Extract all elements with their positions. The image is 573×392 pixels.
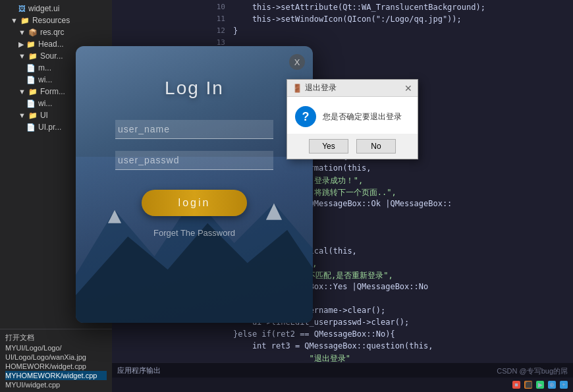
code-line: }else if(ret2 == QMessageBox::No){ — [204, 329, 573, 341]
line-number: 10 — [209, 3, 225, 11]
folder-open-icon: 📁 — [20, 16, 30, 25]
folder-arrow: ▼ — [18, 88, 26, 96]
next-btn[interactable]: + — [560, 381, 568, 389]
file-icon: 📄 — [26, 99, 36, 108]
folder-label: Sour... — [40, 51, 63, 61]
forgot-password-link[interactable]: Forget The Password — [153, 228, 235, 238]
file-icon: 🖼 — [18, 5, 26, 13]
code-content: this->setWindowIcon(QIcon(":/Logo/qq.jpg… — [233, 14, 462, 24]
folder-icon: 📁 — [28, 88, 38, 96]
login-modal: X Log In login Forget The Password — [76, 46, 313, 323]
file-label: res.qrc — [40, 28, 65, 37]
code-content: } — [233, 26, 238, 36]
file-label: UI.pr... — [38, 123, 61, 132]
pause-btn[interactable]: ⬛ — [524, 381, 532, 389]
bottom-toolbar: ■ ⬛ ▶ ⊕ + CSDN @专写bug的屌 — [112, 378, 573, 392]
dialog-title-text: 退出登录 — [305, 82, 337, 94]
playback-controls: ■ ⬛ ▶ ⊕ + — [512, 381, 568, 389]
file-icon: 📄 — [26, 76, 36, 84]
close-icon: X — [294, 57, 300, 67]
folder-arrow: ▼ — [18, 111, 26, 119]
recent-file-link[interactable]: MYUI/widget.cpp — [5, 380, 107, 389]
folder-arrow: ▶ — [18, 40, 24, 49]
code-line: 10 this->setAttribute(Qt::WA_Translucent… — [204, 3, 573, 14]
file-tree-item[interactable]: ▼ 📦 res.qrc — [0, 26, 112, 38]
code-content: this->setAttribute(Qt::WA_TranslucentBac… — [233, 3, 485, 12]
folder-label: Form... — [40, 87, 65, 96]
file-label: m... — [38, 63, 51, 72]
recent-files: 打开文档 MYUI/Logo/Logo/ UI/Logo/Logo/wanXia… — [0, 329, 112, 392]
file-label: wi... — [38, 99, 52, 108]
code-line: int ret3 = QMessageBox::question(this, — [204, 341, 573, 353]
file-label: wi... — [38, 75, 52, 84]
dialog-body: ? 您是否确定要退出登录 — [287, 97, 418, 134]
watermark: CSDN @专写bug的屌 — [497, 366, 568, 376]
recent-file-link[interactable]: UI/Logo/Logo/wanXia.jpg — [5, 352, 107, 362]
code-content: int ret3 = QMessageBox::question(this, — [233, 341, 433, 350]
recent-file-link[interactable]: HOMEWORK/widget.cpp — [5, 362, 107, 371]
folder-label: UI — [40, 111, 48, 120]
step-btn[interactable]: ⊕ — [548, 381, 556, 389]
question-mark: ? — [302, 110, 310, 124]
resource-icon: 📦 — [28, 28, 38, 37]
play-btn[interactable]: ▶ — [536, 381, 544, 389]
dialog-title-left: 🚪 退出登录 — [292, 82, 337, 94]
file-tree-item[interactable]: 🖼 widget.ui — [0, 3, 112, 14]
code-line: 12 } — [204, 26, 573, 38]
dialog-yes-button[interactable]: Yes — [309, 139, 348, 154]
code-content: }else if(ret2 == QMessageBox::No){ — [233, 329, 395, 339]
line-number: 11 — [209, 14, 225, 23]
dialog-titlebar: 🚪 退出登录 ✕ — [287, 80, 418, 97]
file-icon: 📄 — [26, 123, 36, 132]
recent-file-link[interactable]: MYHOMEWORK/widget.cpp — [5, 371, 107, 380]
modal-close-button[interactable]: X — [289, 54, 305, 70]
password-group — [115, 151, 273, 170]
folder-icon: ▼ — [18, 28, 26, 36]
question-icon: ? — [295, 106, 316, 127]
login-title: Log In — [165, 78, 224, 99]
folder-label: Head... — [38, 40, 64, 49]
login-button[interactable]: login — [142, 190, 247, 216]
folder-arrow: ▼ — [18, 52, 26, 60]
confirm-dialog: 🚪 退出登录 ✕ ? 您是否确定要退出登录 Yes No — [286, 79, 418, 159]
password-input[interactable] — [115, 151, 273, 170]
code-line: 11 this->setWindowIcon(QIcon(":/Logo/qq.… — [204, 14, 573, 26]
username-input[interactable] — [115, 120, 273, 139]
dialog-icon: 🚪 — [292, 84, 302, 93]
folder-label: Resources — [32, 16, 70, 25]
dialog-message-text: 您是否确定要退出登录 — [323, 111, 402, 123]
file-icon: 📄 — [26, 64, 36, 72]
modal-content: X Log In login Forget The Password — [76, 46, 313, 323]
folder-icon: 📁 — [26, 40, 36, 49]
username-group — [115, 120, 273, 139]
file-label: widget.ui — [28, 4, 59, 13]
recent-file-link[interactable]: MYUI/Logo/Logo/ — [5, 343, 107, 352]
file-tree-item[interactable]: ▼ 📁 Resources — [0, 14, 112, 26]
folder-icon: 📁 — [28, 52, 38, 61]
stop-btn[interactable]: ■ — [512, 381, 520, 389]
folder-icon: ▼ — [11, 16, 18, 24]
dialog-close-button[interactable]: ✕ — [404, 83, 412, 94]
output-label: 应用程序输出 — [117, 366, 161, 376]
dialog-buttons: Yes No — [287, 134, 418, 159]
open-docs-label: 打开文档 — [5, 332, 107, 343]
line-number: 12 — [209, 26, 225, 35]
dialog-no-button[interactable]: No — [356, 139, 396, 154]
folder-icon: 📁 — [28, 111, 38, 120]
